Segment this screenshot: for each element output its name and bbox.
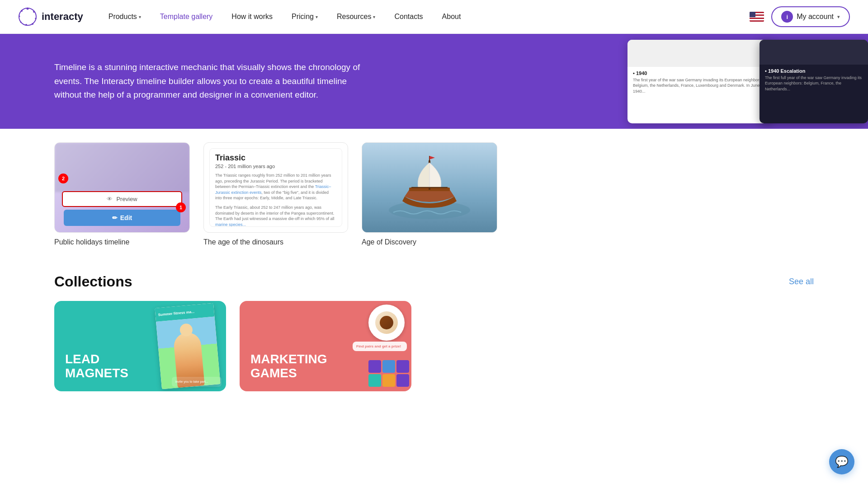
collection-card-lead-magnets[interactable]: LEAD MAGNETS Summer fitness ma... [54,301,226,391]
nav-item-template-gallery[interactable]: Template gallery [153,9,220,24]
nav-item-how-it-works[interactable]: How it works [224,9,280,24]
ship-illustration [384,151,475,224]
nav-right: i My account ▾ [750,6,850,27]
nav-item-resources[interactable]: Resources ▾ [330,9,382,24]
my-account-button[interactable]: i My account ▾ [771,6,850,27]
svg-point-6 [20,22,22,23]
aod-thumb[interactable] [362,142,497,233]
aod-inner [362,143,497,232]
nav-item-pricing[interactable]: Pricing ▾ [284,9,325,24]
dino-inner: Triassic 252 - 201 million years ago The… [209,148,342,227]
chevron-down-icon: ▾ [373,14,375,19]
preview-label: Preview [116,196,137,202]
edit-icon: ✏ [112,214,118,221]
collection-card-marketing-games[interactable]: MARKETING GAMES Find pairs and get a pri… [240,301,411,391]
collection-label-lead-magnets: LEAD MAGNETS [65,352,128,380]
nav-links: Products ▾ Template gallery How it works… [101,9,750,24]
logo[interactable]: interacty [18,7,83,26]
magazine-snippet: invite you to take part... [172,377,222,387]
template-name-dinosaurs: The age of the dinosaurs [203,238,348,246]
nav-item-products[interactable]: Products ▾ [101,9,148,24]
chevron-down-icon: ▾ [316,14,318,19]
svg-point-1 [27,8,29,10]
hero-card2-body: The first full year of the war saw Germa… [765,75,863,92]
collections-row: LEAD MAGNETS Summer fitness ma... [54,301,814,391]
svg-point-7 [19,16,20,17]
find-pairs-text: Find pairs and get a prize! [356,344,403,348]
magazine-text: Summer fitness ma... [158,310,194,317]
edit-button[interactable]: ✏ ✏ Edit Edit [64,210,180,226]
eye-icon: 👁 [107,196,113,202]
notification-badge-bottom: 1 [176,202,186,212]
chevron-down-icon: ▾ [139,14,141,19]
svg-point-2 [33,11,35,13]
nav-item-contacts[interactable]: Contacts [387,9,430,24]
hero-banner: Timeline is a stunning interactive mecha… [0,34,868,129]
template-name-public-holidays: Public holidays timeline [54,238,190,246]
us-flag-icon[interactable] [750,12,764,22]
preview-inner-card: 👁 Preview [62,191,182,207]
logo-icon [18,7,37,26]
collections-section: Collections See all LEAD MAGNETS Summer … [54,273,814,391]
svg-point-3 [35,18,37,19]
hero-description: Timeline is a stunning interactive mecha… [54,61,371,102]
templates-row: 👑 👁 Preview 2 ✏ ✏ Edit Edit 1 [54,142,814,246]
collection-label-marketing-games: MARKETING GAMES [250,352,327,380]
svg-point-4 [32,23,33,25]
main-content: 👑 👁 Preview 2 ✏ ✏ Edit Edit 1 [0,129,868,409]
account-icon: i [781,11,793,23]
see-all-link[interactable]: See all [789,277,814,286]
public-holidays-thumb[interactable]: 👑 👁 Preview 2 ✏ ✏ Edit Edit 1 [54,142,190,233]
chat-bubble-button[interactable]: 💬 [829,449,854,474]
my-account-label: My account [797,13,834,21]
hero-card1-body: The first year of the war saw Germany in… [633,77,767,94]
hero-card-dark: • 1940 Escalation The first full year of… [760,40,868,123]
dinosaurs-thumb[interactable]: Triassic 252 - 201 million years ago The… [203,142,348,233]
svg-point-5 [25,24,27,26]
nav-item-about[interactable]: About [435,9,468,24]
notification-badge-top: 2 [58,174,68,183]
collections-title: Collections [54,273,132,290]
hero-card-main: • 1940 The first year of the war saw Ger… [627,40,772,123]
template-card-age-of-discovery: Age of Discovery [362,142,497,246]
section-header: Collections See all [54,273,814,290]
chat-icon: 💬 [835,455,849,468]
template-card-public-holidays: 👑 👁 Preview 2 ✏ ✏ Edit Edit 1 [54,142,190,246]
chevron-down-icon: ▾ [837,14,840,20]
template-name-aod: Age of Discovery [362,238,497,246]
hero-text: Timeline is a stunning interactive mecha… [54,61,371,102]
svg-point-8 [21,10,23,12]
navbar: interacty Products ▾ Template gallery Ho… [0,0,868,34]
template-card-dinosaurs: Triassic 252 - 201 million years ago The… [203,142,348,246]
logo-text: interacty [42,11,83,23]
hero-images: • 1940 The first year of the war saw Ger… [627,34,868,129]
